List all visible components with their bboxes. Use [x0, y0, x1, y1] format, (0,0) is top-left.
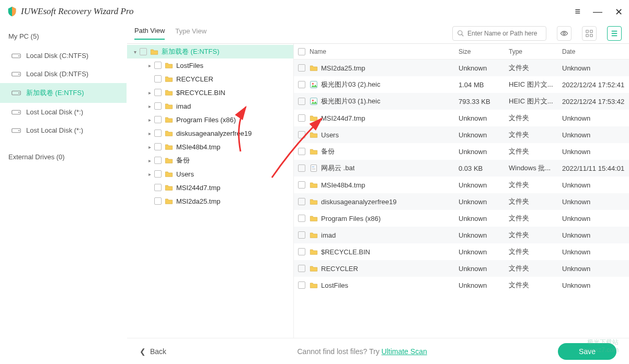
- tree-item-label: Users: [176, 170, 194, 178]
- folder-icon: [310, 215, 318, 222]
- sidebar-disk-item[interactable]: Lost Local Disk (*:): [0, 103, 127, 121]
- file-row[interactable]: diskusageanalyzerfree19Unknown文件夹Unknown: [294, 193, 629, 210]
- row-checkbox[interactable]: [298, 114, 305, 122]
- file-name: RECYCLER: [321, 265, 358, 273]
- row-checkbox[interactable]: [298, 165, 305, 172]
- chevron-right-icon[interactable]: ▸: [146, 158, 153, 163]
- tree-item[interactable]: ▸LostFiles: [127, 58, 293, 72]
- svg-point-1: [18, 55, 19, 56]
- chevron-down-icon[interactable]: ▾: [131, 49, 139, 55]
- tree-item[interactable]: ▸Users: [127, 167, 293, 181]
- tree-checkbox[interactable]: [154, 184, 162, 191]
- sidebar-disk-item[interactable]: Lost Local Disk (*:): [0, 121, 127, 139]
- file-row[interactable]: RECYCLERUnknown文件夹Unknown: [294, 260, 629, 277]
- row-checkbox[interactable]: [298, 98, 305, 105]
- tab-type-view[interactable]: Type View: [175, 27, 207, 39]
- minimize-icon[interactable]: —: [593, 6, 602, 18]
- tree-item[interactable]: MSI244d7.tmp: [127, 181, 293, 194]
- file-row[interactable]: imadUnknown文件夹Unknown: [294, 227, 629, 243]
- chevron-right-icon[interactable]: ▸: [146, 90, 153, 96]
- disk-label: Local Disk (D:NTFS): [26, 70, 88, 78]
- tree-item[interactable]: ▸备份: [127, 154, 293, 167]
- svg-point-9: [18, 130, 19, 131]
- back-button[interactable]: ❮ Back: [140, 347, 166, 356]
- tree-checkbox[interactable]: [154, 116, 162, 123]
- tree-item[interactable]: ▸MSIe48b4.tmp: [127, 140, 293, 154]
- tree-checkbox[interactable]: [154, 197, 162, 205]
- column-header-type[interactable]: Type: [509, 48, 562, 55]
- file-row[interactable]: LostFilesUnknown文件夹Unknown: [294, 277, 629, 293]
- sidebar-disk-item[interactable]: 新加载卷 (E:NTFS): [0, 83, 127, 103]
- chevron-right-icon[interactable]: ▸: [146, 171, 153, 177]
- file-date: Unknown: [562, 248, 629, 256]
- file-row[interactable]: 极光图片03 (1).heic793.33 KBHEIC 图片文...2022/…: [294, 93, 629, 110]
- chevron-right-icon[interactable]: ▸: [146, 144, 153, 150]
- grid-icon: [586, 30, 593, 37]
- search-box[interactable]: [452, 26, 546, 41]
- tree-checkbox[interactable]: [154, 102, 162, 110]
- preview-toggle-button[interactable]: [557, 26, 571, 41]
- file-size: Unknown: [459, 248, 509, 256]
- grid-view-button[interactable]: [582, 26, 597, 41]
- chevron-right-icon[interactable]: ▸: [146, 103, 153, 109]
- tree-checkbox[interactable]: [154, 89, 162, 96]
- list-view-button[interactable]: [607, 26, 622, 41]
- row-checkbox[interactable]: [298, 131, 305, 138]
- file-row[interactable]: MSI244d7.tmpUnknown文件夹Unknown: [294, 110, 629, 126]
- tree-item[interactable]: ▸Program Files (x86): [127, 113, 293, 126]
- file-row[interactable]: 极光图片03 (2).heic1.04 MBHEIC 图片文...2022/12…: [294, 76, 629, 93]
- sidebar-disk-item[interactable]: Local Disk (C:NTFS): [0, 46, 127, 65]
- row-checkbox[interactable]: [298, 281, 305, 289]
- row-checkbox[interactable]: [298, 248, 305, 255]
- row-checkbox[interactable]: [298, 181, 305, 189]
- file-name: diskusageanalyzerfree19: [321, 198, 397, 206]
- tree-checkbox[interactable]: [154, 143, 162, 150]
- file-size: 1.04 MB: [459, 81, 509, 89]
- sidebar: My PC (5) Local Disk (C:NTFS)Local Disk …: [0, 23, 127, 364]
- menu-icon[interactable]: ≡: [575, 6, 580, 18]
- file-row[interactable]: $RECYCLE.BINUnknown文件夹Unknown: [294, 243, 629, 260]
- chevron-right-icon[interactable]: ▸: [146, 117, 153, 123]
- tree-checkbox[interactable]: [154, 157, 162, 164]
- tree-checkbox[interactable]: [154, 130, 162, 137]
- file-row[interactable]: UsersUnknown文件夹Unknown: [294, 126, 629, 143]
- column-header-date[interactable]: Date: [562, 48, 629, 55]
- save-button[interactable]: Save: [558, 343, 616, 360]
- tree-item[interactable]: RECYCLER: [127, 72, 293, 86]
- eye-icon: [560, 30, 568, 37]
- file-name: LostFiles: [321, 281, 348, 289]
- ultimate-scan-link[interactable]: Ultimate Scan: [382, 347, 427, 356]
- chevron-right-icon[interactable]: ▸: [146, 131, 153, 136]
- file-row[interactable]: 备份Unknown文件夹Unknown: [294, 143, 629, 160]
- chevron-right-icon[interactable]: ▸: [146, 63, 153, 68]
- row-checkbox[interactable]: [298, 231, 305, 239]
- file-row[interactable]: MSIe48b4.tmpUnknown文件夹Unknown: [294, 177, 629, 193]
- tab-path-view[interactable]: Path View: [134, 27, 165, 40]
- tree-checkbox[interactable]: [154, 75, 162, 83]
- tree-root[interactable]: ▾ 新加载卷 (E:NTFS): [127, 45, 293, 58]
- row-checkbox[interactable]: [298, 148, 305, 155]
- tree-item[interactable]: ▸imad: [127, 99, 293, 113]
- row-checkbox[interactable]: [298, 265, 305, 272]
- tree-checkbox[interactable]: [140, 48, 147, 55]
- file-row[interactable]: MSI2da25.tmpUnknown文件夹Unknown: [294, 60, 629, 76]
- row-checkbox[interactable]: [298, 64, 305, 72]
- tree-item[interactable]: MSI2da25.tmp: [127, 194, 293, 208]
- tree-checkbox[interactable]: [154, 170, 162, 178]
- tree-item[interactable]: ▸$RECYCLE.BIN: [127, 86, 293, 99]
- row-checkbox[interactable]: [298, 81, 305, 88]
- header-checkbox[interactable]: [298, 48, 305, 55]
- column-header-size[interactable]: Size: [459, 48, 509, 55]
- close-icon[interactable]: ✕: [615, 6, 623, 18]
- search-input[interactable]: [467, 30, 542, 37]
- tree-item[interactable]: ▸diskusageanalyzerfree19: [127, 126, 293, 140]
- disk-label: Local Disk (C:NTFS): [26, 52, 88, 60]
- column-header-name[interactable]: Name: [310, 48, 459, 55]
- tree-checkbox[interactable]: [154, 62, 162, 69]
- sidebar-disk-item[interactable]: Local Disk (D:NTFS): [0, 65, 127, 83]
- row-checkbox[interactable]: [298, 198, 305, 205]
- file-row[interactable]: 网易云 .bat0.03 KBWindows 批...2022/11/11 15…: [294, 160, 629, 177]
- file-row[interactable]: Program Files (x86)Unknown文件夹Unknown: [294, 210, 629, 227]
- row-checkbox[interactable]: [298, 215, 305, 222]
- disk-icon: [12, 71, 21, 78]
